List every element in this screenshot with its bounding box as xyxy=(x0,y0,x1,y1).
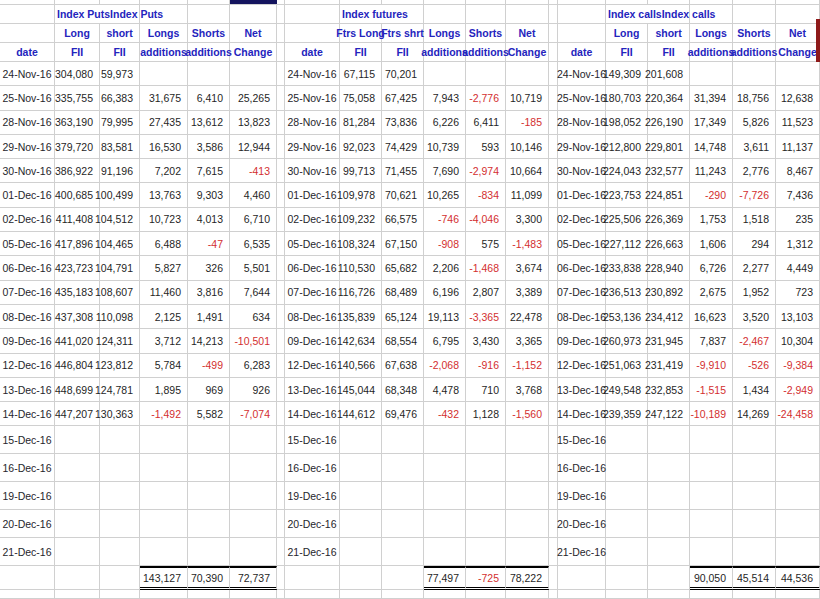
value-cell[interactable] xyxy=(776,426,820,454)
value-cell[interactable]: 124,781 xyxy=(100,378,140,402)
value-cell[interactable]: -3,365 xyxy=(466,305,506,329)
value-cell[interactable]: -2,776 xyxy=(466,86,506,110)
date-cell[interactable]: 13-Dec-16 xyxy=(0,378,55,402)
value-cell[interactable]: 142,634 xyxy=(340,329,382,353)
value-cell[interactable]: 10,664 xyxy=(506,159,549,183)
value-cell[interactable]: 235 xyxy=(776,208,820,232)
date-cell[interactable]: 30-Nov-16 xyxy=(285,159,340,183)
date-cell[interactable]: 28-Nov-16 xyxy=(558,111,606,135)
grid-cell[interactable] xyxy=(0,566,55,590)
value-cell[interactable]: -4,046 xyxy=(466,208,506,232)
value-cell[interactable]: 6,411 xyxy=(466,111,506,135)
value-cell[interactable]: 228,940 xyxy=(648,256,690,280)
value-cell[interactable]: 723 xyxy=(776,281,820,305)
date-cell[interactable]: 29-Nov-16 xyxy=(0,135,55,159)
date-cell[interactable]: 21-Dec-16 xyxy=(285,538,340,566)
column-header[interactable]: Shorts xyxy=(188,24,230,43)
value-cell[interactable] xyxy=(506,510,549,538)
column-header[interactable]: Longs xyxy=(140,24,188,43)
value-cell[interactable]: 79,995 xyxy=(100,111,140,135)
date-cell[interactable]: 06-Dec-16 xyxy=(285,256,340,280)
value-cell[interactable]: 68,348 xyxy=(382,378,424,402)
value-cell[interactable] xyxy=(424,482,466,510)
value-cell[interactable]: 6,535 xyxy=(230,232,277,256)
value-cell[interactable]: 135,839 xyxy=(340,305,382,329)
value-cell[interactable] xyxy=(140,454,188,482)
value-cell[interactable]: 65,124 xyxy=(382,305,424,329)
value-cell[interactable]: 13,103 xyxy=(776,305,820,329)
gap-cell[interactable] xyxy=(277,281,285,305)
value-cell[interactable]: 145,044 xyxy=(340,378,382,402)
value-cell[interactable] xyxy=(55,510,100,538)
value-cell[interactable]: -746 xyxy=(424,208,466,232)
value-cell[interactable]: -432 xyxy=(424,402,466,426)
grid-cell[interactable] xyxy=(549,590,558,599)
value-cell[interactable]: 10,265 xyxy=(424,183,466,207)
total-cell[interactable]: 70,390 xyxy=(188,566,230,590)
column-header[interactable]: additions xyxy=(733,43,776,62)
column-header[interactable]: FII xyxy=(648,43,690,62)
gap-cell[interactable] xyxy=(277,5,285,24)
column-header[interactable]: Longs xyxy=(424,24,466,43)
value-cell[interactable] xyxy=(100,482,140,510)
grid-cell[interactable] xyxy=(506,590,549,599)
value-cell[interactable]: 634 xyxy=(230,305,277,329)
value-cell[interactable]: 14,269 xyxy=(733,402,776,426)
value-cell[interactable]: 7,644 xyxy=(230,281,277,305)
column-header[interactable]: additions xyxy=(140,43,188,62)
value-cell[interactable] xyxy=(466,482,506,510)
value-cell[interactable] xyxy=(100,538,140,566)
value-cell[interactable]: 31,394 xyxy=(690,86,733,110)
value-cell[interactable]: 225,506 xyxy=(606,208,648,232)
column-header[interactable]: additions xyxy=(466,43,506,62)
value-cell[interactable] xyxy=(466,62,506,86)
gap-cell[interactable] xyxy=(277,402,285,426)
date-cell[interactable]: 08-Dec-16 xyxy=(285,305,340,329)
value-cell[interactable] xyxy=(776,62,820,86)
value-cell[interactable]: 92,023 xyxy=(340,135,382,159)
value-cell[interactable]: 11,137 xyxy=(776,135,820,159)
date-cell[interactable]: 16-Dec-16 xyxy=(558,454,606,482)
value-cell[interactable]: 2,277 xyxy=(733,256,776,280)
value-cell[interactable]: 13,763 xyxy=(140,183,188,207)
grid-cell[interactable] xyxy=(558,24,606,43)
value-cell[interactable]: 231,945 xyxy=(648,329,690,353)
date-cell[interactable]: 24-Nov-16 xyxy=(558,62,606,86)
value-cell[interactable] xyxy=(606,426,648,454)
value-cell[interactable]: 3,712 xyxy=(140,329,188,353)
value-cell[interactable] xyxy=(733,426,776,454)
grid-cell[interactable] xyxy=(55,566,100,590)
total-cell[interactable]: 78,222 xyxy=(506,566,549,590)
value-cell[interactable]: 4,478 xyxy=(424,378,466,402)
grid-cell[interactable] xyxy=(140,590,188,599)
value-cell[interactable]: 11,523 xyxy=(776,111,820,135)
value-cell[interactable]: -2,068 xyxy=(424,354,466,378)
grid-cell[interactable] xyxy=(285,5,340,24)
value-cell[interactable]: 294 xyxy=(733,232,776,256)
value-cell[interactable]: 16,530 xyxy=(140,135,188,159)
date-cell[interactable]: 05-Dec-16 xyxy=(285,232,340,256)
value-cell[interactable] xyxy=(466,510,506,538)
value-cell[interactable]: 231,419 xyxy=(648,354,690,378)
column-header[interactable]: Longs xyxy=(690,24,733,43)
value-cell[interactable] xyxy=(424,538,466,566)
date-cell[interactable]: 16-Dec-16 xyxy=(0,454,55,482)
gap-cell[interactable] xyxy=(549,566,558,590)
value-cell[interactable] xyxy=(100,454,140,482)
date-cell[interactable]: 07-Dec-16 xyxy=(0,281,55,305)
value-cell[interactable]: -2,467 xyxy=(733,329,776,353)
value-cell[interactable]: 417,896 xyxy=(55,232,100,256)
grid-cell[interactable] xyxy=(230,590,277,599)
value-cell[interactable] xyxy=(648,510,690,538)
value-cell[interactable]: 108,324 xyxy=(340,232,382,256)
date-cell[interactable]: 02-Dec-16 xyxy=(558,208,606,232)
value-cell[interactable] xyxy=(230,454,277,482)
value-cell[interactable] xyxy=(776,538,820,566)
value-cell[interactable]: 124,311 xyxy=(100,329,140,353)
value-cell[interactable]: 3,389 xyxy=(506,281,549,305)
column-header[interactable]: Net xyxy=(776,24,820,43)
gap-cell[interactable] xyxy=(277,426,285,454)
grid-cell[interactable] xyxy=(606,566,648,590)
value-cell[interactable]: 116,726 xyxy=(340,281,382,305)
gap-cell[interactable] xyxy=(277,111,285,135)
